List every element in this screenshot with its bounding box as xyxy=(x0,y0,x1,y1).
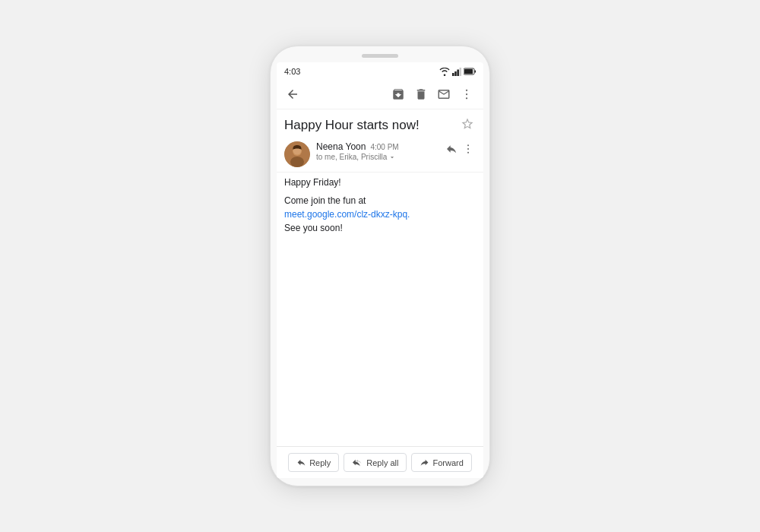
sender-name-row: Neena Yoon 4:00 PM xyxy=(316,141,438,152)
sender-name: Neena Yoon xyxy=(316,141,366,152)
reply-all-button[interactable]: Reply all xyxy=(344,453,407,472)
email-body-line3: See you soon! xyxy=(284,223,343,233)
email-subject: Happy Hour starts now! xyxy=(284,118,459,133)
sender-to: to me, Erika, Priscilla xyxy=(316,153,387,161)
sender-time: 4:00 PM xyxy=(370,143,398,151)
sender-to-row[interactable]: to me, Erika, Priscilla xyxy=(316,153,438,161)
signal-icon xyxy=(452,68,461,76)
status-time: 4:03 xyxy=(284,67,300,76)
reply-all-label: Reply all xyxy=(366,458,398,467)
email-link[interactable]: meet.google.com/clz-dkxz-kpq. xyxy=(284,209,410,220)
svg-point-12 xyxy=(290,157,304,167)
toolbar xyxy=(277,79,483,109)
star-button[interactable] xyxy=(459,116,476,135)
phone-frame: 4:03 xyxy=(270,46,490,486)
more-sender-button[interactable] xyxy=(461,141,476,157)
forward-button[interactable]: Forward xyxy=(411,453,471,472)
forward-label: Forward xyxy=(432,458,463,467)
svg-point-9 xyxy=(466,97,467,99)
sender-actions xyxy=(444,141,476,157)
back-button[interactable] xyxy=(283,84,302,104)
phone-screen: 4:03 xyxy=(277,62,483,478)
svg-rect-5 xyxy=(475,71,477,73)
email-body-text: Come join the fun at meet.google.com/clz… xyxy=(284,194,476,235)
delete-button[interactable] xyxy=(410,84,432,104)
more-button[interactable] xyxy=(456,84,477,104)
toolbar-actions xyxy=(388,84,477,104)
bottom-bar: Reply Reply all Forward xyxy=(277,446,483,478)
svg-rect-0 xyxy=(452,73,454,76)
mail-button[interactable] xyxy=(433,84,454,104)
status-bar: 4:03 xyxy=(277,62,483,79)
svg-point-15 xyxy=(467,148,469,150)
svg-rect-6 xyxy=(464,69,473,74)
battery-icon xyxy=(464,68,476,75)
svg-point-8 xyxy=(466,93,467,94)
svg-point-16 xyxy=(467,152,469,154)
archive-button[interactable] xyxy=(388,84,409,104)
sender-row: Neena Yoon 4:00 PM to me, Erika, Priscil… xyxy=(277,138,483,172)
reply-quick-button[interactable] xyxy=(444,141,459,157)
svg-rect-2 xyxy=(457,69,459,76)
svg-point-14 xyxy=(467,144,469,146)
svg-rect-3 xyxy=(460,68,462,76)
reply-label: Reply xyxy=(309,458,331,467)
sender-info: Neena Yoon 4:00 PM to me, Erika, Priscil… xyxy=(316,141,438,161)
phone-notch xyxy=(362,54,398,58)
svg-rect-1 xyxy=(454,71,457,76)
status-icons xyxy=(439,68,476,76)
chevron-down-icon xyxy=(388,154,396,161)
subject-row: Happy Hour starts now! xyxy=(277,109,483,138)
email-greeting: Happy Friday! xyxy=(284,177,476,188)
email-body: Happy Friday! Come join the fun at meet.… xyxy=(277,173,483,446)
wifi-icon xyxy=(439,68,450,76)
email-body-line2: Come join the fun at xyxy=(284,195,366,206)
svg-point-7 xyxy=(466,89,467,90)
reply-button[interactable]: Reply xyxy=(288,453,339,472)
avatar xyxy=(284,141,310,167)
